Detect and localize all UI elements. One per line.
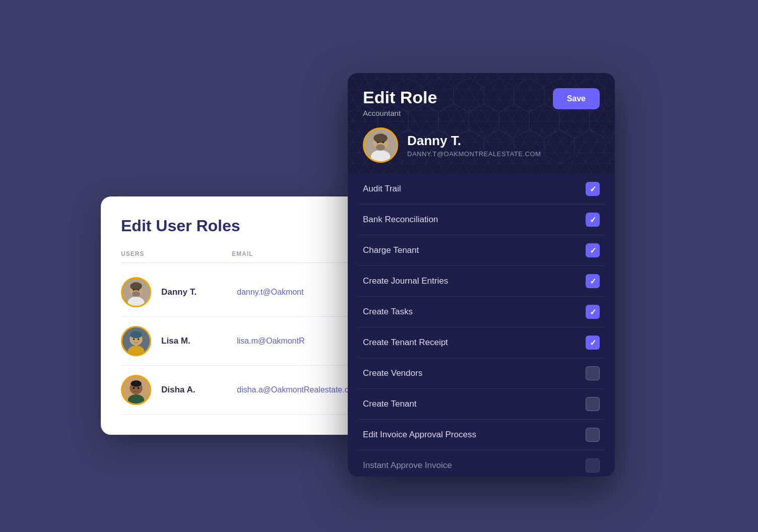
permission-item-create-tenant-receipt[interactable]: Create Tenant Receipt ✓ (358, 327, 605, 358)
check-icon: ✓ (590, 246, 596, 255)
modal-user-name: Danny T. (407, 133, 541, 149)
permission-checkbox-create-tenant-receipt[interactable]: ✓ (586, 336, 600, 350)
permission-checkbox-audit-trail[interactable]: ✓ (586, 182, 600, 196)
permission-label: Charge Tenant (363, 245, 419, 255)
permission-item-create-vendors[interactable]: Create Vendors (358, 358, 605, 389)
permission-checkbox-charge-tenant[interactable]: ✓ (586, 243, 600, 257)
svg-point-50 (382, 142, 384, 144)
permission-label: Create Tenant (363, 399, 416, 409)
permission-checkbox-create-journal-entries[interactable]: ✓ (586, 274, 600, 288)
modal-title-row: Edit Role Accountant Save (363, 88, 600, 117)
check-icon: ✓ (590, 277, 596, 286)
check-icon: ✓ (590, 307, 596, 317)
avatar (121, 326, 151, 356)
svg-point-48 (376, 145, 385, 151)
svg-point-47 (373, 134, 387, 143)
svg-point-1 (128, 297, 144, 307)
permission-label: Instant Approve Invoice (363, 460, 452, 471)
permissions-list: Audit Trail ✓ Bank Reconciliation ✓ Char… (348, 174, 615, 477)
modal-avatar (363, 127, 398, 163)
svg-point-4 (132, 291, 140, 297)
svg-point-12 (138, 339, 140, 341)
modal-header: Edit Role Accountant Save Danny T. D (348, 73, 615, 174)
permission-checkbox-bank-reconciliation[interactable]: ✓ (586, 213, 600, 227)
avatar (121, 375, 151, 405)
svg-point-5 (133, 289, 135, 291)
check-icon: ✓ (590, 215, 596, 225)
svg-point-10 (130, 331, 142, 338)
svg-point-14 (128, 394, 144, 405)
modal-subtitle: Accountant (363, 109, 437, 117)
permission-label: Create Journal Entries (363, 276, 448, 286)
avatar-illustration (122, 277, 150, 307)
col-users-header: USERS (121, 250, 222, 257)
permission-label: Create Tenant Receipt (363, 338, 448, 348)
permission-label: Create Vendors (363, 368, 422, 378)
permission-checkbox-create-vendors[interactable] (586, 366, 600, 380)
svg-point-17 (133, 387, 135, 389)
user-name: Lisa M. (161, 336, 227, 346)
permission-label: Create Tasks (363, 307, 413, 317)
permission-checkbox-create-tenant[interactable] (586, 397, 600, 411)
permission-item-audit-trail[interactable]: Audit Trail ✓ (358, 174, 605, 205)
modal-user-email: DANNY.T@OAKMONTREALESTATE.COM (407, 150, 541, 158)
permission-item-bank-reconciliation[interactable]: Bank Reconciliation ✓ (358, 205, 605, 235)
modal-avatar-illustration (364, 127, 397, 163)
avatar-illustration (122, 326, 150, 356)
edit-role-modal: Edit Role Accountant Save Danny T. D (348, 73, 615, 477)
modal-user-info: Danny T. DANNY.T@OAKMONTREALESTATE.COM (363, 127, 600, 163)
svg-point-8 (128, 346, 144, 356)
permission-label: Audit Trail (363, 184, 401, 194)
svg-point-3 (130, 282, 142, 290)
permission-item-create-journal-entries[interactable]: Create Journal Entries ✓ (358, 266, 605, 297)
svg-point-16 (131, 380, 142, 387)
svg-point-11 (133, 339, 135, 341)
svg-point-18 (138, 387, 140, 389)
check-icon: ✓ (590, 338, 596, 348)
permission-checkbox-create-tasks[interactable]: ✓ (586, 305, 600, 319)
permission-item-instant-approve[interactable]: Instant Approve Invoice (358, 450, 605, 477)
avatar (121, 277, 151, 307)
permission-item-create-tasks[interactable]: Create Tasks ✓ (358, 297, 605, 327)
permission-checkbox-edit-invoice-approval[interactable] (586, 428, 600, 442)
permission-item-charge-tenant[interactable]: Charge Tenant ✓ (358, 235, 605, 266)
modal-user-details: Danny T. DANNY.T@OAKMONTREALESTATE.COM (407, 133, 541, 158)
avatar-illustration (122, 375, 150, 405)
permission-label: Edit Invoice Approval Process (363, 430, 476, 440)
save-button[interactable]: Save (553, 88, 600, 109)
permission-item-create-tenant[interactable]: Create Tenant (358, 389, 605, 420)
permission-label: Bank Reconciliation (363, 215, 438, 225)
svg-point-45 (371, 150, 390, 163)
svg-point-49 (377, 142, 379, 144)
user-name: Danny T. (161, 287, 227, 297)
permission-item-edit-invoice-approval[interactable]: Edit Invoice Approval Process (358, 420, 605, 450)
check-icon: ✓ (590, 184, 596, 194)
modal-title: Edit Role (363, 88, 437, 107)
svg-point-6 (138, 289, 140, 291)
user-name: Disha A. (161, 385, 227, 395)
permission-checkbox-instant-approve[interactable] (586, 458, 600, 473)
modal-title-group: Edit Role Accountant (363, 88, 437, 117)
